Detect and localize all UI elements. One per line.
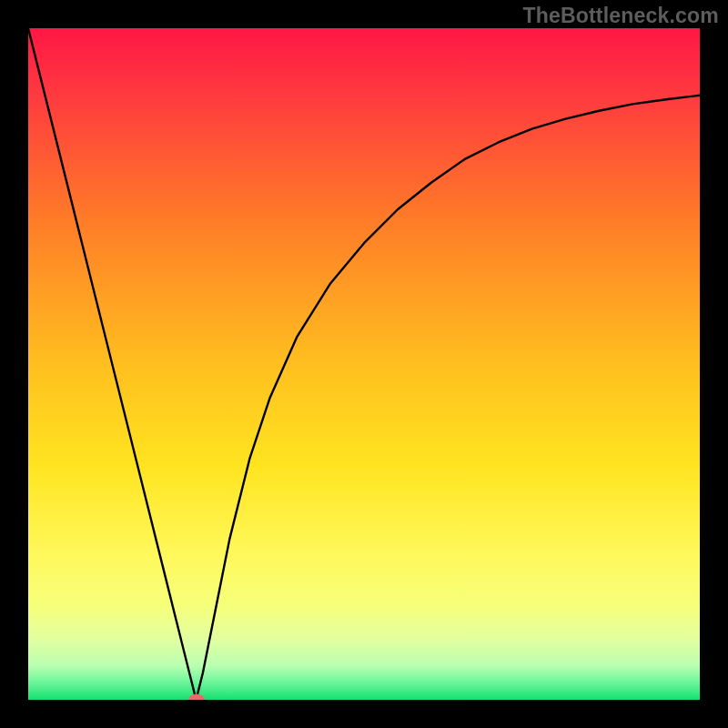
chart-frame: TheBottleneck.com bbox=[0, 0, 728, 728]
optimal-point-marker bbox=[188, 694, 205, 701]
gradient-background bbox=[28, 28, 700, 700]
plot-area bbox=[28, 28, 700, 700]
attribution-label: TheBottleneck.com bbox=[522, 4, 719, 28]
chart-svg bbox=[28, 28, 700, 700]
